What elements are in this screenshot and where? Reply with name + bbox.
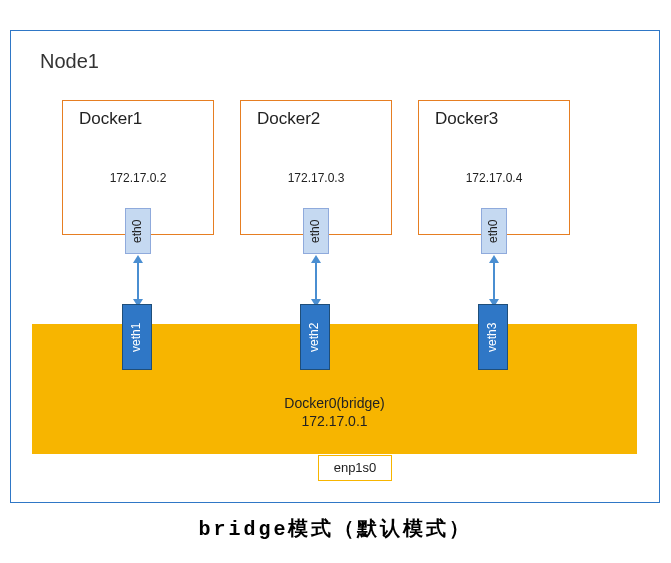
docker-ip: 172.17.0.2 bbox=[63, 171, 213, 185]
link-arrow bbox=[137, 260, 139, 302]
eth-iface: eth0 bbox=[481, 208, 507, 254]
eth-iface: eth0 bbox=[125, 208, 151, 254]
diagram-caption: bridge模式（默认模式） bbox=[0, 515, 671, 542]
link-arrow bbox=[493, 260, 495, 302]
veth-iface: veth2 bbox=[300, 304, 330, 370]
docker-title: Docker3 bbox=[435, 109, 569, 129]
node-label: Node1 bbox=[40, 50, 99, 73]
docker-title: Docker1 bbox=[79, 109, 213, 129]
docker-ip: 172.17.0.4 bbox=[419, 171, 569, 185]
veth-iface: veth3 bbox=[478, 304, 508, 370]
link-arrow bbox=[315, 260, 317, 302]
docker-ip: 172.17.0.3 bbox=[241, 171, 391, 185]
docker-box-3: Docker3 172.17.0.4 eth0 bbox=[418, 100, 570, 235]
docker-box-2: Docker2 172.17.0.3 eth0 bbox=[240, 100, 392, 235]
host-iface: enp1s0 bbox=[318, 455, 392, 481]
docker-box-1: Docker1 172.17.0.2 eth0 bbox=[62, 100, 214, 235]
bridge-box: veth1 veth2 veth3 Docker0(bridge) 172.17… bbox=[32, 324, 637, 454]
bridge-label: Docker0(bridge) 172.17.0.1 bbox=[32, 394, 637, 430]
veth-iface: veth1 bbox=[122, 304, 152, 370]
eth-iface: eth0 bbox=[303, 208, 329, 254]
docker-title: Docker2 bbox=[257, 109, 391, 129]
